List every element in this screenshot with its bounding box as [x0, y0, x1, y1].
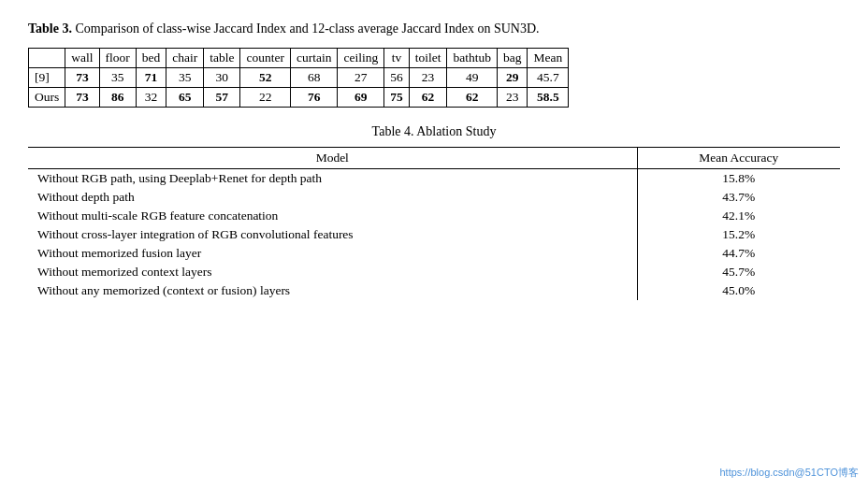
table4-row: Without memorized fusion layer44.7%	[28, 244, 840, 263]
table3-cell: 76	[290, 88, 337, 108]
table4-row: Without multi-scale RGB feature concaten…	[28, 207, 840, 225]
table4-accuracy-cell: 42.1%	[637, 207, 840, 225]
table3-cell: 57	[204, 88, 240, 108]
table4-model-cell: Without multi-scale RGB feature concaten…	[28, 207, 637, 225]
table3-header-10: toilet	[409, 49, 447, 68]
table3-cell: 27	[338, 68, 384, 88]
table3-cell: 69	[338, 88, 384, 108]
table3-body: [9]73357135305268275623492945.7Ours73863…	[29, 68, 569, 108]
table3-caption: Table 3. Comparison of class-wise Jaccar…	[28, 19, 840, 38]
watermark: https://blog.csdn@51CTO博客	[719, 466, 859, 480]
table4-caption-text: Ablation Study	[414, 124, 497, 138]
table4-accuracy-cell: 45.7%	[637, 263, 840, 281]
table3-row: Ours73863265572276697562622358.5	[29, 88, 569, 108]
table3-row: [9]73357135305268275623492945.7	[29, 68, 569, 88]
table4-row: Without depth path43.7%	[28, 188, 840, 207]
table4-accuracy-cell: 44.7%	[637, 244, 840, 263]
table4-model-cell: Without memorized context layers	[28, 263, 637, 281]
table4-row: Without cross-layer integration of RGB c…	[28, 225, 840, 244]
table3-cell: 23	[497, 88, 528, 108]
table3-header-row: wallfloorbedchairtablecountercurtainceil…	[29, 49, 569, 68]
table3-caption-text: Comparison of class-wise Jaccard Index a…	[72, 22, 540, 36]
table4-model-cell: Without memorized fusion layer	[28, 244, 637, 263]
table4-model-cell: Without any memorized (context or fusion…	[28, 281, 637, 300]
table4-accuracy-cell: 45.0%	[637, 281, 840, 300]
table3-cell: 62	[447, 88, 498, 108]
table4-section: Table 4. Ablation Study Model Mean Accur…	[28, 124, 840, 300]
table3-header-13: Mean	[528, 49, 569, 68]
table3-cell: 35	[99, 68, 136, 88]
table4-model-cell: Without cross-layer integration of RGB c…	[28, 225, 637, 244]
table3-header-7: curtain	[290, 49, 337, 68]
table4-caption: Table 4. Ablation Study	[28, 124, 840, 139]
table3-header-9: tv	[384, 49, 410, 68]
table3-section: Table 3. Comparison of class-wise Jaccar…	[28, 19, 840, 108]
table3-cell: 75	[384, 88, 410, 108]
table3-cell: 73	[65, 68, 99, 88]
table3-cell: 52	[240, 68, 290, 88]
table3-cell: 32	[136, 88, 166, 108]
table3-cell: 73	[65, 88, 99, 108]
table4-model-cell: Without RGB path, using Deeplab+Renet fo…	[28, 169, 637, 189]
table4-model-header: Model	[28, 148, 637, 169]
table3: wallfloorbedchairtablecountercurtainceil…	[28, 48, 569, 108]
table3-cell: 49	[447, 68, 498, 88]
table4-label: Table 4.	[372, 124, 414, 138]
table3-header-5: table	[204, 49, 240, 68]
table3-cell: 29	[497, 68, 528, 88]
table4-row: Without RGB path, using Deeplab+Renet fo…	[28, 169, 840, 189]
table3-header-8: ceiling	[338, 49, 384, 68]
table3-header-0	[29, 49, 65, 68]
table3-header-4: chair	[166, 49, 204, 68]
table3-cell: 56	[384, 68, 410, 88]
table3-cell: 62	[409, 88, 447, 108]
table3-label: Table 3.	[28, 22, 72, 36]
table3-header-3: bed	[136, 49, 166, 68]
table3-cell: 68	[290, 68, 337, 88]
table4-accuracy-header: Mean Accuracy	[637, 148, 840, 169]
table3-header-6: counter	[240, 49, 290, 68]
table3-header-12: bag	[497, 49, 528, 68]
table3-cell: 86	[99, 88, 136, 108]
table4-row: Without any memorized (context or fusion…	[28, 281, 840, 300]
table4-row: Without memorized context layers45.7%	[28, 263, 840, 281]
table3-cell: 35	[166, 68, 204, 88]
table3-cell: 22	[240, 88, 290, 108]
table4-model-cell: Without depth path	[28, 188, 637, 207]
table4-header-row: Model Mean Accuracy	[28, 148, 840, 169]
table3-header-1: wall	[65, 49, 99, 68]
table3-cell: 71	[136, 68, 166, 88]
table4-accuracy-cell: 43.7%	[637, 188, 840, 207]
table4-header: Model Mean Accuracy	[28, 148, 840, 169]
table3-ref: Ours	[29, 88, 65, 108]
table4-accuracy-cell: 15.2%	[637, 225, 840, 244]
table3-header-2: floor	[99, 49, 136, 68]
table4-accuracy-cell: 15.8%	[637, 169, 840, 189]
table3-cell: 23	[409, 68, 447, 88]
table3-ref: [9]	[29, 68, 65, 88]
table3-cell: 58.5	[528, 88, 569, 108]
table3-cell: 65	[166, 88, 204, 108]
table3-header-11: bathtub	[447, 49, 498, 68]
table3-cell: 45.7	[528, 68, 569, 88]
table3-cell: 30	[204, 68, 240, 88]
table4-body: Without RGB path, using Deeplab+Renet fo…	[28, 169, 840, 301]
table4: Model Mean Accuracy Without RGB path, us…	[28, 147, 840, 300]
